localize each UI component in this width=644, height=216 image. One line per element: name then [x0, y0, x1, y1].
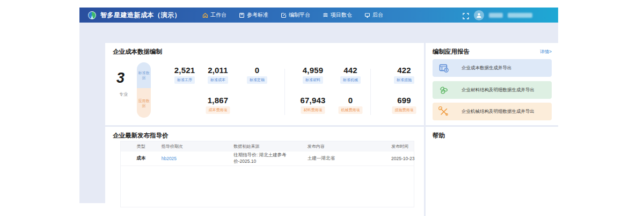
user-org-redacted	[508, 13, 532, 18]
stat-badge: 标准工序	[174, 76, 195, 84]
app-title: 智多星建造新成本（演示）	[100, 11, 181, 20]
nav-item-label: 项目数仓	[331, 11, 352, 19]
user-avatar[interactable]	[474, 10, 484, 20]
layers-icon	[323, 12, 328, 18]
table-header-row: 类型 指导价期次 数据初始来源 发布内容 发布时间	[121, 141, 414, 152]
app-window: 智多星建造新成本（演示） 工作台 参考标准	[79, 8, 558, 203]
report-card-label: 企业机械结构及明细数据生成并导出	[462, 109, 535, 115]
nav-item-label: 编制平台	[289, 11, 310, 19]
stat-badge: 标准材料	[303, 76, 323, 84]
stat-value: 422	[383, 66, 425, 75]
page-canvas: 智多星建造新成本（演示） 工作台 参考标准	[0, 0, 644, 216]
stat-group-divider	[284, 69, 285, 115]
header-right-group	[463, 10, 558, 20]
guide-price-table: 类型 指导价期次 数据初始来源 发布内容 发布时间 成本 hb2025 往期指导…	[120, 141, 414, 207]
help-panel: 帮助	[426, 127, 558, 216]
main-nav: 工作台 参考标准 编制平台	[202, 11, 383, 19]
stat-value: 2,011	[197, 66, 239, 75]
stat-value: 699	[383, 96, 425, 105]
user-name-redacted	[489, 13, 503, 18]
stat-badge: 标准成本	[208, 76, 228, 84]
report-card-materials[interactable]: 企业材料结构及明细数据生成并导出	[433, 81, 552, 99]
period-link[interactable]: hb2025	[162, 156, 177, 161]
cell-type: 成本	[121, 155, 162, 162]
report-card-label: 企业材料结构及明细数据生成并导出	[462, 87, 535, 93]
table-row: 成本 hb2025 往期指导价: 湖北土建参考价-2025.10 土建—湖北省 …	[121, 152, 414, 166]
stat-group-divider	[370, 69, 371, 115]
report-panel-title: 编制应用报告	[433, 48, 470, 56]
materials-report-icon	[438, 85, 449, 96]
cell-content: 土建—湖北省	[308, 155, 391, 162]
stat-value: 4,959	[292, 66, 334, 75]
machinery-tools-icon	[438, 106, 449, 117]
nav-item-label: 工作台	[210, 11, 226, 19]
stat-value: 0	[236, 66, 278, 75]
stat-value: 67,943	[292, 96, 334, 105]
content-area: 企业成本数据编制 3 专业 标准数据 应用数据 2,521	[105, 43, 558, 216]
fullscreen-icon[interactable]	[463, 12, 469, 18]
page-body-background: 企业成本数据编制 3 专业 标准数据 应用数据 2,521	[79, 23, 558, 203]
nav-item-label: 参考标准	[247, 11, 268, 19]
monitor-icon	[364, 12, 370, 18]
nav-item-project-data-warehouse[interactable]: 项目数仓	[323, 11, 352, 19]
col-header-period: 指导价期次	[162, 143, 234, 149]
cell-time: 2025-10-23	[391, 156, 414, 161]
guide-price-panel: 企业最新发布指导价 类型 指导价期次 数据初始来源 发布内容 发布时间 成本 h…	[105, 127, 424, 216]
stat-badge: 机械费用项	[339, 106, 363, 114]
app-logo-icon	[88, 11, 96, 19]
home-icon	[202, 12, 208, 18]
report-card-machinery[interactable]: 企业机械结构及明细数据生成并导出	[433, 103, 552, 120]
major-count: 3	[116, 70, 125, 87]
stat-badge: 成本费用项	[206, 106, 230, 114]
stat-badge: 标准机械	[340, 76, 361, 84]
guide-price-title: 企业最新发布指导价	[113, 132, 169, 140]
col-header-type: 类型	[121, 143, 162, 149]
help-panel-title: 帮助	[433, 132, 445, 140]
report-panel: 编制应用报告 详情> 企业成本数据生成并导出 企业材料结构及明细数据生成并导出	[426, 43, 558, 125]
stat-badge: 标准措施	[394, 76, 414, 84]
cell-source: 往期指导价: 湖北土建参考价-2025.10	[233, 152, 307, 165]
cost-data-panel: 企业成本数据编制 3 专业 标准数据 应用数据 2,521	[105, 43, 424, 125]
stat-badge: 标准定额	[247, 76, 267, 84]
nav-item-label: 后台	[372, 11, 383, 19]
applied-data-label: 应用数据	[137, 88, 151, 118]
top-nav-bar: 智多星建造新成本（演示） 工作台 参考标准	[79, 8, 558, 23]
nav-item-workbench[interactable]: 工作台	[202, 11, 226, 19]
edit-square-icon	[281, 12, 287, 18]
col-header-time: 发布时间	[391, 143, 414, 149]
book-icon	[239, 12, 245, 18]
nav-item-backend[interactable]: 后台	[364, 11, 383, 19]
nav-item-reference-standard[interactable]: 参考标准	[239, 11, 268, 19]
stat-value: 442	[330, 66, 371, 75]
stat-badge: 措施费用项	[392, 106, 416, 114]
cost-panel-title: 企业成本数据编制	[113, 48, 162, 56]
major-count-label: 专业	[119, 91, 128, 97]
cost-report-icon	[438, 63, 449, 74]
stat-badge: 材料费用项	[301, 106, 325, 114]
col-header-content: 发布内容	[308, 143, 391, 149]
stat-value: 0	[330, 96, 371, 105]
data-group-pill: 标准数据 应用数据	[137, 62, 151, 118]
col-header-source: 数据初始来源	[233, 143, 308, 149]
report-card-label: 企业成本数据生成并导出	[462, 65, 512, 71]
stat-value: 1,867	[197, 96, 239, 105]
report-details-link[interactable]: 详情>	[540, 49, 552, 55]
standard-data-label: 标准数据	[137, 62, 151, 88]
report-card-cost[interactable]: 企业成本数据生成并导出	[433, 59, 552, 77]
nav-item-compile-platform[interactable]: 编制平台	[281, 11, 310, 19]
